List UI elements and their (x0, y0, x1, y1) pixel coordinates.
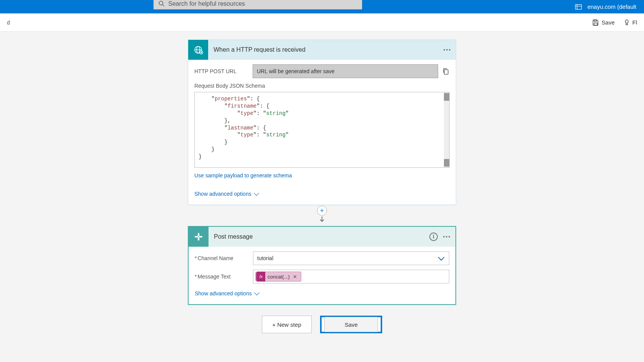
action-advanced-toggle[interactable]: Show advanced options (195, 288, 449, 299)
svg-rect-6 (594, 23, 597, 25)
toolbar-save[interactable]: Save (592, 19, 614, 26)
slack-icon (189, 227, 209, 247)
search-icon (158, 0, 164, 8)
trigger-advanced-toggle[interactable]: Show advanced options (194, 188, 450, 199)
http-url-input[interactable] (253, 64, 438, 78)
expression-token[interactable]: fx concat(...) ✕ (256, 272, 301, 282)
breadcrumb-frag: d (7, 20, 10, 26)
channel-label: Channel Name (195, 255, 248, 261)
command-bar: d Save Fl (0, 13, 644, 32)
svg-rect-19 (199, 236, 202, 238)
toolbar-flow-checker[interactable]: Fl (623, 19, 637, 26)
save-button-highlight: Save (320, 316, 382, 333)
chevron-down-icon (438, 254, 445, 261)
remove-token[interactable]: ✕ (292, 274, 298, 280)
tenant-name[interactable]: enayu.com (default (587, 3, 636, 10)
action-title: Post message (209, 233, 429, 240)
directory-icon[interactable] (575, 3, 582, 10)
new-step-button[interactable]: + New step (262, 316, 312, 333)
url-label: HTTP POST URL (194, 68, 248, 74)
action-menu[interactable] (443, 236, 450, 238)
trigger-menu[interactable] (444, 49, 450, 51)
svg-rect-2 (575, 4, 582, 9)
flow-canvas: When a HTTP request is received HTTP POS… (0, 32, 644, 333)
sample-payload-link[interactable]: Use sample payload to generate schema (194, 172, 292, 179)
fx-icon: fx (257, 272, 265, 282)
arrow-down-icon (319, 216, 325, 224)
svg-line-1 (163, 5, 164, 6)
action-card: Post message i Channel Name tutorial Mes… (188, 226, 456, 305)
svg-point-7 (625, 20, 628, 23)
save-button[interactable]: Save (324, 317, 378, 332)
global-search[interactable]: Search for helpful resources (153, 0, 362, 10)
chevron-down-icon (254, 290, 260, 295)
scrollbar[interactable] (444, 92, 449, 167)
action-header[interactable]: Post message i (189, 227, 455, 247)
chevron-down-icon (254, 190, 259, 196)
http-icon (188, 40, 208, 60)
svg-rect-16 (198, 233, 199, 236)
svg-rect-14 (444, 70, 448, 74)
svg-rect-17 (195, 236, 198, 238)
trigger-card: When a HTTP request is received HTTP POS… (188, 39, 456, 205)
top-header: Search for helpful resources enayu.com (… (0, 0, 644, 13)
copy-icon[interactable] (442, 67, 450, 75)
trigger-header[interactable]: When a HTTP request is received (188, 40, 456, 60)
add-step-connector: + (317, 206, 327, 224)
svg-rect-18 (198, 237, 199, 241)
info-icon[interactable]: i (429, 233, 438, 241)
message-label: Message Text (195, 274, 248, 280)
message-input[interactable]: fx concat(...) ✕ (253, 270, 449, 283)
schema-label: Request Body JSON Schema (194, 83, 450, 89)
channel-select[interactable]: tutorial (253, 251, 449, 265)
schema-editor[interactable]: "properties": { "firstname": { "type": "… (194, 92, 450, 168)
search-placeholder: Search for helpful resources (168, 0, 245, 7)
svg-rect-5 (594, 20, 596, 21)
insert-step-button[interactable]: + (317, 206, 327, 216)
svg-point-0 (159, 1, 163, 5)
footer-buttons: + New step Save (262, 316, 382, 333)
trigger-title: When a HTTP request is received (208, 46, 444, 53)
